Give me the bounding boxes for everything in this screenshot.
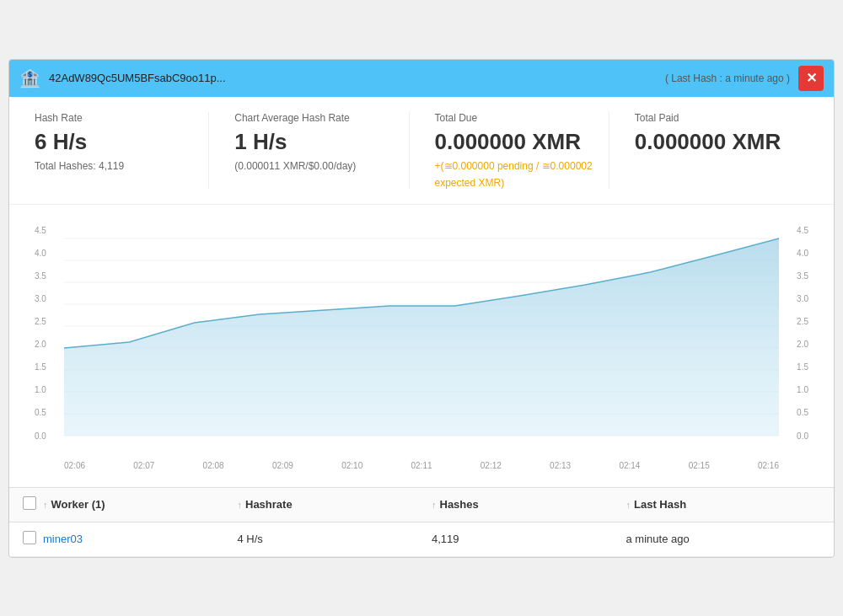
row-select-checkbox[interactable] [23, 531, 36, 544]
hash-rate-value: 6 H/s [35, 129, 208, 155]
total-due-block: Total Due 0.000000 XMR +(≅0.000000 pendi… [409, 112, 609, 189]
table-row: miner03 4 H/s 4,119 a minute ago [9, 522, 834, 557]
chart-svg [35, 222, 808, 458]
col-worker[interactable]: ↑ Worker (1) [43, 498, 238, 511]
total-due-sub: +(≅0.000000 pending / ≅0.000002 [435, 160, 609, 172]
chart-avg-label: Chart Average Hash Rate [234, 112, 408, 124]
total-paid-block: Total Paid 0.000000 XMR [609, 112, 808, 189]
total-paid-value: 0.000000 XMR [635, 129, 808, 155]
svg-marker-10 [64, 238, 779, 436]
chart-area: 0.0 0.5 1.0 1.5 2.0 2.5 3.0 3.5 4.0 4.5 [35, 222, 808, 458]
row-hashes: 4,119 [432, 533, 626, 545]
wallet-address: 42AdW89Qc5UM5BFsabC9oo11p... [49, 72, 652, 84]
select-all-checkbox[interactable] [23, 496, 36, 510]
col-hashes[interactable]: ↑ Hashes [432, 498, 626, 511]
total-due-sub2: expected XMR) [435, 177, 609, 189]
row-hashrate: 4 H/s [238, 533, 432, 545]
x-axis-labels: 02:06 02:07 02:08 02:09 02:10 02:11 02:1… [35, 461, 808, 470]
bank-icon: 🏦 [19, 68, 40, 88]
hashes-sort-icon: ↑ [432, 500, 437, 510]
total-paid-label: Total Paid [635, 112, 808, 124]
main-window: 🏦 42AdW89Qc5UM5BFsabC9oo11p... ( Last Ha… [8, 59, 835, 558]
chart-avg-block: Chart Average Hash Rate 1 H/s (0.000011 … [208, 112, 408, 189]
col-last-hash[interactable]: ↑ Last Hash [626, 498, 821, 511]
row-checkbox[interactable] [23, 531, 43, 548]
workers-table: ↑ Worker (1) ↑ Hashrate ↑ Hashes ↑ Last … [9, 487, 834, 557]
row-worker[interactable]: miner03 [43, 533, 238, 545]
y-axis-left: 0.0 0.5 1.0 1.5 2.0 2.5 3.0 3.5 4.0 4.5 [35, 222, 46, 458]
worker-sort-icon: ↑ [43, 500, 48, 510]
hashrate-sort-icon: ↑ [238, 500, 243, 510]
total-due-label: Total Due [435, 112, 609, 124]
chart-container: 0.0 0.5 1.0 1.5 2.0 2.5 3.0 3.5 4.0 4.5 [9, 205, 834, 479]
total-due-value: 0.000000 XMR [435, 129, 609, 155]
hashes-col-label: Hashes [440, 498, 479, 511]
table-header-row: ↑ Worker (1) ↑ Hashrate ↑ Hashes ↑ Last … [9, 488, 834, 522]
hash-rate-block: Hash Rate 6 H/s Total Hashes: 4,119 [35, 112, 208, 189]
stats-row: Hash Rate 6 H/s Total Hashes: 4,119 Char… [9, 97, 834, 205]
chart-avg-value: 1 H/s [234, 129, 408, 155]
total-hashes: Total Hashes: 4,119 [35, 160, 208, 172]
chart-avg-sub: (0.000011 XMR/$0.00/day) [234, 160, 408, 172]
worker-col-label: Worker (1) [51, 498, 105, 511]
last-hash-col-label: Last Hash [634, 498, 686, 511]
close-button[interactable]: ✕ [798, 66, 824, 91]
col-hashrate[interactable]: ↑ Hashrate [238, 498, 432, 511]
hashrate-col-label: Hashrate [245, 498, 293, 511]
hash-rate-label: Hash Rate [35, 112, 208, 124]
last-hash-info: ( Last Hash : a minute ago ) [665, 72, 790, 84]
header-checkbox[interactable] [23, 496, 43, 513]
titlebar: 🏦 42AdW89Qc5UM5BFsabC9oo11p... ( Last Ha… [9, 60, 834, 97]
row-last-hash: a minute ago [626, 533, 821, 545]
y-axis-right: 0.0 0.5 1.0 1.5 2.0 2.5 3.0 3.5 4.0 4.5 [797, 222, 808, 458]
last-hash-sort-icon: ↑ [626, 500, 631, 510]
